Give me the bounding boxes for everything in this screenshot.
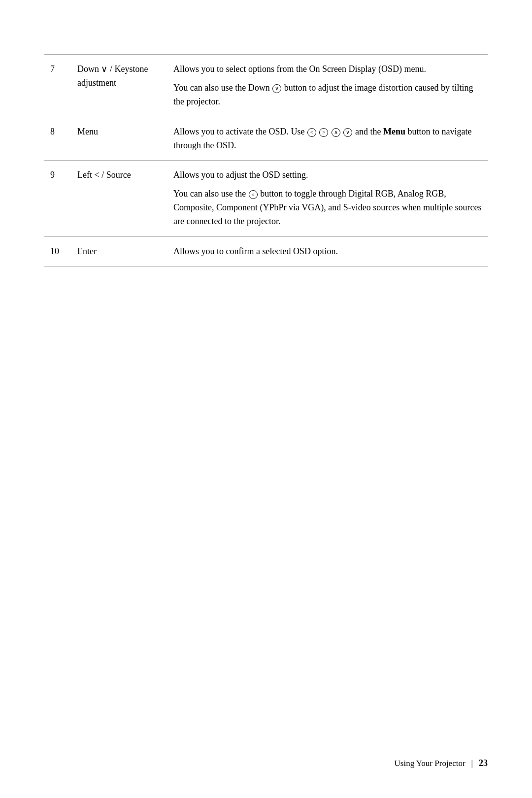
footer-text: Using Your Projector xyxy=(395,759,466,768)
row-number: 10 xyxy=(44,237,71,267)
footer-page: 23 xyxy=(479,758,488,768)
up-icon: ∧ xyxy=(332,128,340,137)
row-name: Enter xyxy=(71,237,167,267)
row-number: 8 xyxy=(44,117,71,161)
table-row: 7Down ∨ / Keystone adjustmentAllows you … xyxy=(44,55,488,117)
row-name: Down ∨ / Keystone adjustment xyxy=(71,55,167,117)
desc-paragraph: Allows you to select options from the On… xyxy=(173,63,482,76)
right-icon: > xyxy=(319,128,328,137)
left-icon: < xyxy=(307,128,316,137)
row-name: Left < / Source xyxy=(71,161,167,237)
table-row: 8MenuAllows you to activate the OSD. Use… xyxy=(44,117,488,161)
row-number: 7 xyxy=(44,55,71,117)
row-description: Allows you to select options from the On… xyxy=(167,55,488,117)
row-description: Allows you to adjust the OSD setting.You… xyxy=(167,161,488,237)
desc-paragraph: You can also use the Down ∨ button to ad… xyxy=(173,81,482,109)
footer-divider: | xyxy=(471,759,473,768)
row-description: Allows you to confirm a selected OSD opt… xyxy=(167,237,488,267)
desc-paragraph: Allows you to confirm a selected OSD opt… xyxy=(173,245,482,259)
desc-paragraph: Allows you to activate the OSD. Use < > … xyxy=(173,125,482,153)
row-number: 9 xyxy=(44,161,71,237)
main-table: 7Down ∨ / Keystone adjustmentAllows you … xyxy=(44,54,488,267)
row-description: Allows you to activate the OSD. Use < > … xyxy=(167,117,488,161)
table-row: 10EnterAllows you to confirm a selected … xyxy=(44,237,488,267)
row-name: Menu xyxy=(71,117,167,161)
page-content: 7Down ∨ / Keystone adjustmentAllows you … xyxy=(0,0,532,798)
footer: Using Your Projector | 23 xyxy=(395,758,488,768)
desc-paragraph: Allows you to adjust the OSD setting. xyxy=(173,168,482,182)
table-row: 9Left < / SourceAllows you to adjust the… xyxy=(44,161,488,237)
down-icon: ∨ xyxy=(272,84,281,93)
desc-paragraph: You can also use the < button to toggle … xyxy=(173,187,482,229)
left-icon: < xyxy=(249,190,258,199)
down-icon: ∨ xyxy=(343,128,352,137)
